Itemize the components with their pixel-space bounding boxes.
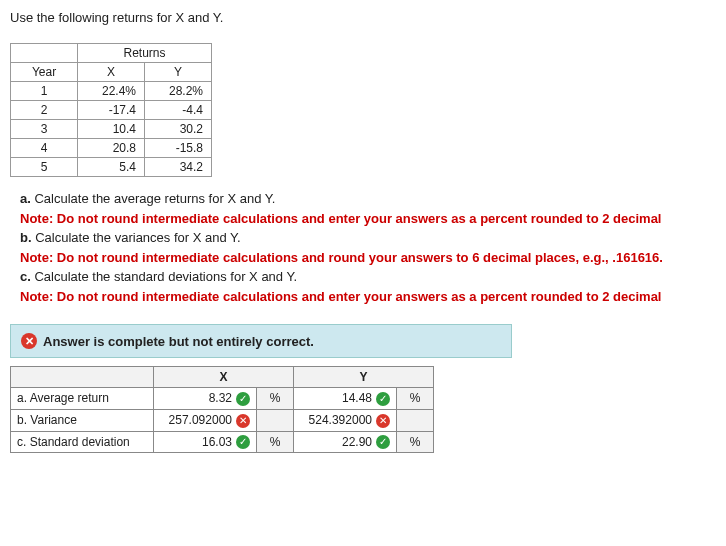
ans-a-x[interactable]: 8.32 [209,391,232,405]
table-row: 122.4%28.2% [11,82,212,101]
ans-a-y[interactable]: 14.48 [342,391,372,405]
x-circle-icon: ✕ [21,333,37,349]
q-a-note: Note: Do not round intermediate calculat… [20,211,661,226]
ans-col-x: X [154,367,294,388]
x-icon: ✕ [376,414,390,428]
col-x: X [78,63,145,82]
returns-header: Returns [78,44,212,63]
table-row: 310.430.2 [11,120,212,139]
row-label: a. Average return [11,388,154,410]
unit-blank [397,409,434,431]
question-prompt: Use the following returns for X and Y. [10,10,726,25]
q-a-label: a. [20,191,31,206]
check-icon: ✓ [236,392,250,406]
returns-table: Returns Year X Y 122.4%28.2% 2-17.4-4.4 … [10,43,212,177]
q-b-text: Calculate the variances for X and Y. [35,230,240,245]
ans-b-x[interactable]: 257.092000 [169,413,232,427]
x-icon: ✕ [236,414,250,428]
q-c-text: Calculate the standard deviations for X … [34,269,297,284]
q-c-label: c. [20,269,31,284]
ans-c-y[interactable]: 22.90 [342,435,372,449]
table-row: 55.434.2 [11,158,212,177]
unit-percent: % [397,388,434,410]
ans-c-x[interactable]: 16.03 [202,435,232,449]
question-block: a. Calculate the average returns for X a… [20,189,726,306]
unit-blank [257,409,294,431]
q-b-label: b. [20,230,32,245]
q-a-text: Calculate the average returns for X and … [34,191,275,206]
ans-b-y[interactable]: 524.392000 [309,413,372,427]
table-row: 2-17.4-4.4 [11,101,212,120]
check-icon: ✓ [376,435,390,449]
q-c-note: Note: Do not round intermediate calculat… [20,289,661,304]
row-label: b. Variance [11,409,154,431]
check-icon: ✓ [236,435,250,449]
ans-col-y: Y [294,367,434,388]
status-banner: ✕ Answer is complete but not entirely co… [10,324,512,358]
col-y: Y [145,63,212,82]
table-row: 420.8-15.8 [11,139,212,158]
unit-percent: % [257,431,294,453]
q-b-note: Note: Do not round intermediate calculat… [20,250,663,265]
banner-text: Answer is complete but not entirely corr… [43,334,314,349]
unit-percent: % [397,431,434,453]
col-year: Year [11,63,78,82]
answer-row-a: a. Average return 8.32✓ % 14.48✓ % [11,388,434,410]
answer-row-b: b. Variance 257.092000✕ 524.392000✕ [11,409,434,431]
check-icon: ✓ [376,392,390,406]
answers-table: X Y a. Average return 8.32✓ % 14.48✓ % b… [10,366,434,453]
row-label: c. Standard deviation [11,431,154,453]
unit-percent: % [257,388,294,410]
answer-row-c: c. Standard deviation 16.03✓ % 22.90✓ % [11,431,434,453]
